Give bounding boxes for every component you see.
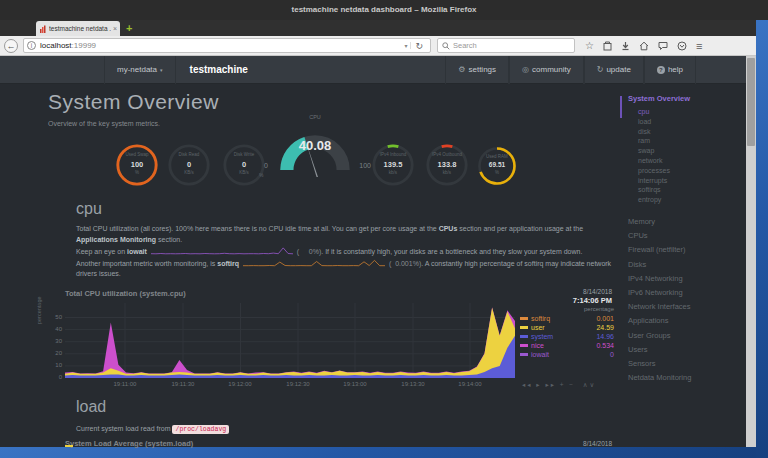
sidebar-item-disk[interactable]: disk	[638, 127, 746, 137]
sidebar-item-cpus[interactable]: CPUs	[628, 229, 746, 243]
sidebar-item-processes[interactable]: processes	[638, 166, 746, 176]
x-tick: 19:13:00	[335, 381, 375, 387]
gauge-label: Disk Write	[221, 152, 267, 157]
chart-time: 7:14:06 PM	[520, 296, 612, 305]
y-tick: 30	[44, 338, 62, 344]
cpu-chart-plot[interactable]	[65, 303, 515, 378]
home-icon[interactable]	[639, 41, 649, 51]
gauge-unit: %	[476, 170, 518, 175]
url-dropdown-icon[interactable]: ▾	[401, 42, 411, 49]
gauge-label: IPv4 Outbound	[424, 152, 470, 157]
sidebar-item-cpu[interactable]: cpu	[638, 107, 746, 117]
bookmark-star-icon[interactable]: ☆	[585, 41, 594, 51]
window-title: testmachine netdata dashboard – Mozilla …	[292, 5, 477, 14]
chat-icon[interactable]	[658, 41, 668, 51]
y-tick: 40	[44, 326, 62, 332]
gauge-value: 139.5	[370, 160, 416, 169]
sidebar-item-softirqs[interactable]: softirqs	[638, 185, 746, 195]
sidebar-item-entropy[interactable]: entropy	[638, 195, 746, 205]
sidebar-item-network-interfaces[interactable]: Network Interfaces	[628, 300, 746, 314]
legend-row[interactable]: user 24.59	[520, 323, 614, 332]
chart-toolbar[interactable]: ◂◂ ▸ ▸▸ + − ∧∨	[522, 381, 596, 389]
hostname-brand[interactable]: testmachine	[176, 56, 260, 84]
legend-row[interactable]: iowait 0	[520, 350, 614, 359]
sidebar-item-applications[interactable]: Applications	[628, 314, 746, 328]
gauge-value: 40.08	[271, 138, 359, 153]
x-tick: 19:11:30	[163, 381, 203, 387]
cpu-description: Total CPU utilization (all cores). 100% …	[76, 224, 620, 280]
netdata-navbar: my-netdata▾ testmachine ⚙ settings ◎ com…	[0, 56, 756, 84]
gauge-cpu[interactable]: CPU 40.08 0 100 %	[271, 126, 359, 188]
y-axis-label: percentage	[36, 296, 42, 324]
reload-button[interactable]: ↻	[411, 41, 427, 51]
iowait-sparkline[interactable]	[151, 246, 293, 255]
downloads-icon[interactable]	[621, 41, 630, 51]
gauge-ipv4-inbound[interactable]: IPv4 Inbound 139.5 kb/s	[370, 142, 416, 188]
community-button[interactable]: ◎ community	[509, 56, 584, 84]
page-subtitle: Overview of the key system metrics.	[48, 120, 160, 127]
desktop-wallpaper-bottom	[0, 447, 756, 458]
sidebar-item-interrupts[interactable]: interrupts	[638, 176, 746, 186]
gauge-disk-read[interactable]: Disk Read 0 KB/s	[166, 142, 212, 188]
sidebar-item-netdata-monitoring[interactable]: Netdata Monitoring	[628, 371, 746, 385]
search-field[interactable]: Search	[437, 38, 575, 53]
window-titlebar[interactable]: testmachine netdata dashboard – Mozilla …	[0, 0, 768, 20]
legend-swatch	[520, 326, 528, 329]
load-legend-mark	[65, 445, 73, 447]
sidebar-item-memory[interactable]: Memory	[628, 215, 746, 229]
gauge-label: CPU	[271, 114, 359, 120]
sidebar-item-ram[interactable]: ram	[638, 136, 746, 146]
section-heading-load: load	[76, 398, 106, 416]
page-scrollbar[interactable]	[746, 56, 756, 447]
sidebar-item-firewall[interactable]: Firewall (netfilter)	[628, 243, 746, 257]
legend-row[interactable]: softirq 0.001	[520, 314, 614, 323]
site-info-icon[interactable]: i	[27, 41, 36, 50]
x-tick: 19:14:00	[450, 381, 490, 387]
update-button[interactable]: ↻ update	[584, 56, 644, 84]
pocket-icon[interactable]	[677, 41, 687, 51]
sidebar-item-ipv4-networking[interactable]: IPv4 Networking	[628, 272, 746, 286]
new-tab-button[interactable]: +	[126, 22, 132, 35]
gauge-disk-write[interactable]: Disk Write 0 KB/s	[221, 142, 267, 188]
tab-title: testmachine netdata ...	[49, 25, 111, 32]
help-button[interactable]: ? help	[644, 56, 696, 84]
y-tick: 20	[44, 350, 62, 356]
sidebar-item-disks[interactable]: Disks	[628, 258, 746, 272]
sidebar-item-load[interactable]: load	[638, 117, 746, 127]
gauge-ipv4-outbound[interactable]: IPv4 Outbound 133.8 kb/s	[424, 142, 470, 188]
softirq-sparkline[interactable]	[243, 258, 385, 267]
sidebar-item-sensors[interactable]: Sensors	[628, 357, 746, 371]
menu-icon[interactable]: ≡	[696, 41, 702, 51]
gauge-value: 100	[114, 160, 160, 169]
page-title: System Overview	[48, 90, 219, 114]
sidebar-item-users[interactable]: Users	[628, 343, 746, 357]
url-text[interactable]: localhost:19999	[40, 41, 401, 50]
sidebar-item-user-groups[interactable]: User Groups	[628, 329, 746, 343]
chevron-down-icon: ▾	[160, 67, 163, 73]
gauge-unit: kb/s	[424, 170, 470, 175]
sidebar-nav: System Overview cpu load disk ram swap n…	[620, 94, 746, 385]
library-icon[interactable]	[603, 41, 612, 51]
sidebar-item-swap[interactable]: swap	[638, 146, 746, 156]
legend-row[interactable]: system 14.96	[520, 332, 614, 341]
scrollbar-thumb[interactable]	[747, 58, 755, 146]
gauge-value: 0	[221, 160, 267, 169]
gauge-value: 133.8	[424, 160, 470, 169]
gauge-used-ram[interactable]: Used RAM 69.51 %	[476, 145, 518, 187]
legend-resize-handle[interactable]: ∧∨	[583, 381, 597, 388]
back-button[interactable]: ←	[4, 39, 18, 53]
legend-row[interactable]: nice 0.534	[520, 341, 614, 350]
legend-swatch	[520, 344, 528, 347]
settings-button[interactable]: ⚙ settings	[445, 56, 509, 84]
load-chart-title: System Load Average (system.load)	[65, 439, 193, 448]
legend-unit-header: percentage	[520, 306, 614, 312]
my-netdata-menu[interactable]: my-netdata▾	[104, 56, 176, 84]
sidebar-item-ipv6-networking[interactable]: IPv6 Networking	[628, 286, 746, 300]
url-field[interactable]: i localhost:19999 ▾ ↻	[23, 38, 431, 53]
gauge-used-swap[interactable]: Used Swap 100 %	[114, 142, 160, 188]
sidebar-item-network[interactable]: network	[638, 156, 746, 166]
sidebar-item-system-overview[interactable]: System Overview	[628, 94, 746, 103]
tab-close-icon[interactable]: ×	[113, 25, 117, 32]
x-tick: 19:11:00	[105, 381, 145, 387]
browser-tab[interactable]: testmachine netdata ... ×	[36, 21, 120, 36]
